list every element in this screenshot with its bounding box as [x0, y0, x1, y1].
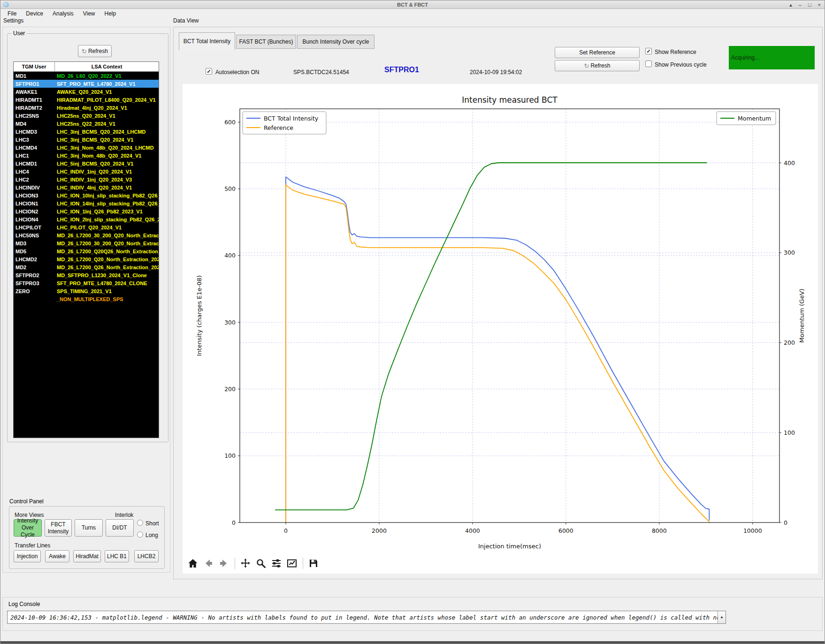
lsa-context-cell: MD_SFTPRO_L1230_2024_V1_Clone — [55, 273, 159, 278]
table-row[interactable]: LHCMD2MD_26_L7200_Q20_North_Extraction_2… — [14, 255, 159, 263]
svg-text:Momentum: Momentum — [738, 115, 771, 122]
back-icon[interactable] — [203, 558, 214, 569]
lsa-context-cell: LHC_5inj_BCMS_Q20_2024_V1 — [55, 161, 159, 167]
refresh-icon: ↻ — [82, 48, 87, 55]
tab-bct-total-intensity[interactable]: BCT Total Intensity — [179, 32, 235, 50]
table-row[interactable]: LHC1LHC_3inj_Nom_48b_Q20_2024_V1 — [14, 152, 159, 159]
table-row[interactable]: LHCION3LHC_ION_10Inj_slip_stacking_Pb82_… — [14, 191, 159, 199]
tgm-user-cell: LHC3 — [14, 137, 55, 143]
table-row[interactable]: LHC25NSLHC25ns_Q20_2024_V1 — [14, 112, 159, 120]
view-button-fbct-intensity[interactable]: FBCT Intensity — [45, 519, 72, 537]
tgm-user-cell: LHC50NS — [14, 233, 55, 238]
view-button-di-dt[interactable]: DI/DT — [106, 519, 134, 537]
chart-svg: 0200040006000800010000010020030040050060… — [183, 84, 818, 574]
table-row[interactable]: SFTPRO2MD_SFTPRO_L1230_2024_V1_Clone — [14, 271, 159, 279]
autoselection-label: Autoselection ON — [215, 69, 259, 76]
table-row[interactable]: LHCMD4LHC_3inj_Nom_48b_Q20_2024_LHCMD — [14, 144, 159, 152]
radio-long[interactable] — [137, 531, 143, 538]
forward-icon[interactable] — [218, 558, 229, 569]
svg-text:Momentum (GeV): Momentum (GeV) — [798, 288, 805, 342]
table-row[interactable]: ZEROSPS_TIMING_2021_V1 — [14, 287, 159, 295]
maximize-icon[interactable]: □ — [808, 0, 811, 9]
acquisition-timestamp: 2024-10-09 19:54:02 — [470, 69, 522, 76]
table-row[interactable]: SFTPRO1SFT_PRO_MTE_L4780_2024_V1 — [14, 80, 159, 88]
minimize-icon[interactable]: – — [799, 0, 802, 9]
lsa-context-cell: LHC_INDIV_4Inj_Q20_2024_V1 — [55, 185, 159, 190]
table-row[interactable]: LHCPILOTLHC_PILOT_Q20_2024_V1 — [14, 223, 159, 231]
user-table[interactable]: TGM User LSA Context MD1MD_26_L60_Q20_20… — [13, 61, 159, 438]
table-row[interactable]: LHCION1LHC_ION_14Inj_slip_stacking_Pb82_… — [14, 199, 159, 207]
table-row[interactable]: LHCMD3LHC_3inj_BCMS_Q20_2024_LHCMD — [14, 128, 159, 136]
window-titlebar[interactable]: BCT & FBCT ▴–□× — [0, 0, 825, 9]
subplots-icon[interactable] — [271, 558, 282, 569]
svg-text:4000: 4000 — [465, 527, 480, 534]
table-row[interactable]: MD3MD_26_L7200_30_200_Q20_North_Extracti… — [14, 239, 159, 247]
menu-device[interactable]: Device — [26, 10, 43, 17]
tgm-user-cell: AWAKE1 — [14, 89, 55, 95]
autoselection-checkbox[interactable]: ✓ — [206, 68, 212, 75]
menu-view[interactable]: View — [83, 10, 95, 17]
table-row[interactable]: _NON_MULTIPLEXED_SPS — [14, 295, 159, 303]
lsa-context-cell: AWAKE_Q20_2024_V1 — [55, 89, 159, 95]
menu-file[interactable]: File — [8, 10, 16, 17]
tab-bunch-intensity-over-cycle[interactable]: Bunch Intensity Over cycle — [297, 35, 374, 49]
set-reference-button[interactable]: Set Reference — [555, 47, 640, 58]
log-message-field[interactable]: 2024-10-09 16:36:42,153 - matplotlib.leg… — [7, 611, 726, 624]
table-row[interactable]: HIRADMT1HIRADMAT_PILOT_L8400_Q20_2024_V1 — [14, 96, 159, 104]
table-row[interactable]: LHC3LHC_3inj_BCMS_Q20_2024_V1 — [14, 136, 159, 144]
tgm-user-cell: LHCION4 — [14, 217, 55, 222]
lsa-context-cell: LHC_INDIV_1inj_Q20_2024_V3 — [55, 177, 159, 182]
show-previous-checkbox[interactable] — [645, 61, 652, 67]
home-icon[interactable] — [187, 558, 199, 569]
table-row[interactable]: LHCION4LHC_ION_2Inj_slip_stacking_Pb82_Q… — [14, 215, 159, 223]
reference-refresh-button[interactable]: ↻ Refresh — [555, 60, 640, 71]
lsa-context-cell: MD_26_L60_Q20_2022_V1 — [55, 73, 159, 79]
svg-text:400: 400 — [784, 159, 795, 167]
radio-label-long: Long — [145, 532, 158, 538]
table-row[interactable]: LHC2LHC_INDIV_1inj_Q20_2024_V3 — [14, 175, 159, 183]
svg-text:100: 100 — [784, 429, 795, 436]
zoom-icon[interactable] — [255, 558, 267, 569]
table-row[interactable]: LHC4LHC_INDIV_1inj_Q20_2024_V1 — [14, 167, 159, 175]
log-scroll-up-button[interactable]: ▲ — [718, 611, 726, 623]
transfer-button-hiradmat[interactable]: HiradMat — [73, 550, 101, 562]
lsa-context-cell: LHC_ION_1Inj_Q26_Pb82_2023_V1 — [55, 209, 159, 214]
svg-text:10000: 10000 — [743, 527, 762, 534]
lsa-context-cell: SPS_TIMING_2021_V1 — [55, 288, 159, 294]
table-row[interactable]: MD1MD_26_L60_Q20_2022_V1 — [14, 72, 159, 80]
view-button-turns[interactable]: Turns — [75, 519, 103, 537]
table-row[interactable]: LHC50NSMD_26_L7200_30_200_Q20_North_Extr… — [14, 231, 159, 239]
radio-short[interactable] — [137, 520, 143, 526]
table-row[interactable]: SFTPRO3SFT_PRO_MTE_L4780_2024_CLONE — [14, 279, 159, 287]
app-window: BCT & FBCT ▴–□× FileDeviceAnalysisViewHe… — [0, 0, 825, 644]
transfer-button-awake[interactable]: Awake — [45, 550, 69, 562]
transfer-button-lhcb2[interactable]: LHCB2 — [134, 550, 159, 562]
menu-help[interactable]: Help — [105, 10, 116, 17]
table-row[interactable]: MD2MD_26_L7200_Q26_North_Extraction_2024… — [14, 263, 159, 271]
table-row[interactable]: MD4LHC25ns_Q22_2024_V1 — [14, 120, 159, 128]
figure-canvas[interactable]: 0200040006000800010000010020030040050060… — [183, 84, 818, 574]
table-row[interactable]: LHCION2LHC_ION_1Inj_Q26_Pb82_2023_V1 — [14, 207, 159, 215]
view-button-intensity-over-cycle[interactable]: Intensity Over Cycle — [14, 519, 42, 537]
table-row[interactable]: LHCMD1LHC_5inj_BCMS_Q20_2024_V1 — [14, 159, 159, 167]
pan-icon[interactable] — [240, 558, 251, 569]
table-row[interactable]: LHCINDIVLHC_INDIV_4Inj_Q20_2024_V1 — [14, 183, 159, 191]
table-row[interactable]: AWAKE1AWAKE_Q20_2024_V1 — [14, 88, 159, 96]
shade-icon[interactable]: ▴ — [789, 0, 792, 9]
user-refresh-button[interactable]: ↻ Refresh — [78, 45, 112, 57]
save-icon[interactable] — [308, 558, 319, 569]
svg-text:2000: 2000 — [372, 527, 387, 534]
show-previous-label: Show Previous cycle — [655, 61, 707, 68]
table-row[interactable]: MD5MD_26_L7200_Q20Q26_North_Extraction_2… — [14, 247, 159, 255]
transfer-button-lhc-b1[interactable]: LHC B1 — [105, 550, 129, 562]
close-icon[interactable]: × — [818, 0, 821, 9]
axes-icon[interactable] — [286, 558, 298, 569]
tab-fast-bct-bunches-[interactable]: FAST BCT (Bunches) — [236, 35, 296, 49]
transfer-button-injection[interactable]: Injection — [14, 550, 41, 562]
user-group-label: User — [12, 30, 26, 37]
table-row[interactable]: HIRADMT2Hiradmat_4Inj_Q20_2024_V1 — [14, 104, 159, 112]
status-acquiring-label: Acquiring... — [731, 54, 759, 61]
menu-analysis[interactable]: Analysis — [53, 10, 74, 17]
tgm-user-cell: LHCMD3 — [14, 129, 55, 135]
show-reference-checkbox[interactable]: ✓ — [645, 48, 652, 54]
